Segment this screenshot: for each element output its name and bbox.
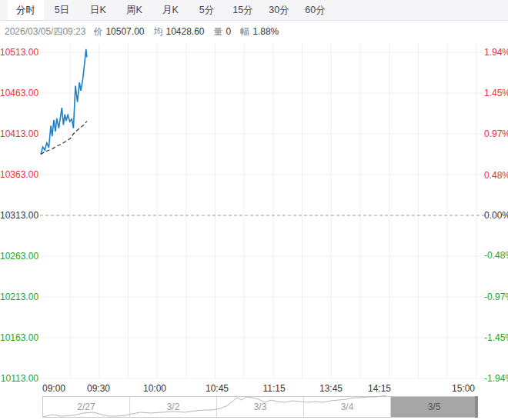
y-axis-right-label: 0.97% (484, 128, 508, 139)
x-axis-label: 11:15 (262, 383, 285, 394)
y-axis-left-label: 10463.00 (0, 88, 38, 98)
x-axis-label: 09:30 (87, 383, 110, 394)
average-line (41, 122, 87, 155)
y-axis-right-label: 1.94% (484, 47, 508, 58)
x-axis-label: 09:00 (42, 383, 65, 394)
y-axis-right-label: 0.48% (484, 170, 508, 181)
y-axis-right-label: -0.48% (484, 250, 508, 261)
y-axis-left-label: 10513.00 (0, 47, 38, 58)
y-axis-left-label: 10313.00 (0, 210, 38, 221)
y-axis-left-label: 10163.00 (0, 332, 38, 343)
x-axis-label: 13:45 (319, 383, 343, 394)
chart-canvas[interactable] (0, 0, 508, 420)
y-axis-right-label: 1.45% (484, 88, 508, 98)
y-axis-left-label: 10363.00 (0, 169, 38, 180)
y-axis-right-label: -0.97% (484, 292, 508, 302)
y-axis-left-label: 10213.00 (0, 292, 38, 302)
y-axis-right-label: -1.94% (484, 373, 508, 384)
x-axis-label: 15:00 (452, 383, 475, 394)
navigator-handle[interactable] (475, 396, 478, 418)
price-line (41, 49, 87, 155)
y-axis-right-label: 0.00% (484, 210, 508, 221)
y-axis-right-label: -1.45% (484, 332, 508, 343)
y-axis-left-label: 10263.00 (0, 251, 38, 262)
navigator-sparkline (43, 395, 386, 417)
x-axis-label: 14:15 (368, 383, 391, 394)
x-axis-label: 10:45 (206, 383, 229, 394)
x-axis-label: 10:00 (143, 383, 166, 394)
intraday-chart-window: 分时5日日K周K月K5分15分30分60分 2026/03/05/四09:23 … (0, 0, 508, 420)
y-axis-left-label: 10113.00 (0, 373, 38, 384)
y-axis-left-label: 10413.00 (0, 128, 38, 139)
